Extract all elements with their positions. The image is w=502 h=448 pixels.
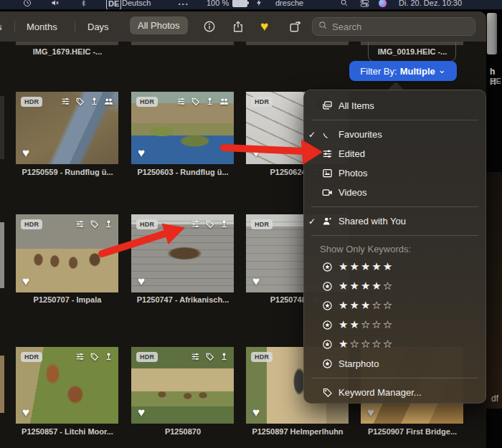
siri-icon[interactable] (379, 0, 387, 9)
menu-item-stars[interactable]: ★☆☆☆☆ (304, 335, 486, 354)
checkmark-icon: ✓ (304, 149, 320, 159)
menu-item-label: ★★★★☆ (338, 280, 394, 292)
menu-item-favourites[interactable]: ✓Favourites (304, 125, 486, 144)
keyword-tag-icon (90, 352, 99, 361)
photo-caption: P1250907 First Bridge... (348, 427, 477, 436)
favourite-heart-icon: ♥ (22, 275, 29, 287)
menu-item-edited[interactable]: ✓Edited (304, 144, 486, 163)
menu-item-stars[interactable]: ★★★★☆ (304, 277, 486, 296)
share-button[interactable] (232, 11, 245, 42)
menu-item-label: Starphoto (338, 358, 379, 369)
rotate-button[interactable] (288, 11, 302, 42)
hdr-badge: HDR (251, 97, 273, 107)
sliders-icon (75, 219, 85, 229)
menu-item-stars[interactable]: ★★★★★ (304, 257, 486, 277)
clock-icon[interactable] (23, 0, 32, 9)
photo-edge-sliver (0, 356, 4, 413)
background-text-fragment: df (491, 394, 498, 404)
keyboard-layout-badge[interactable]: DE (106, 0, 121, 9)
menu-item-videos[interactable]: Videos (304, 183, 486, 202)
menu-item-all-items[interactable]: All Items (304, 96, 486, 115)
location-pin-icon (219, 352, 229, 361)
checkmark-icon: ✓ (304, 216, 320, 227)
photo-thumbnail-p870[interactable]: HDR♥ (131, 347, 234, 424)
all-items-icon (320, 100, 334, 111)
photo-caption: P1250857 - Litchi Moor... (3, 427, 132, 436)
tag-icon (320, 387, 334, 398)
control-center-icon[interactable] (360, 0, 369, 9)
filter-by-button[interactable]: Filter By: Multiple ⌄ (349, 61, 457, 81)
hdr-badge: HDR (251, 352, 273, 362)
menu-separator (311, 206, 478, 207)
photo-thumbnail-p707[interactable]: HDR♥ (16, 214, 118, 292)
location-pin-icon (104, 352, 113, 361)
photo-edge-sliver (0, 96, 4, 159)
favourite-heart-icon: ♥ (252, 275, 260, 287)
background-window-strip (486, 172, 502, 409)
photo-thumbnail-p747[interactable]: HDR♥ (131, 214, 234, 292)
keyword-badge-icon (320, 262, 334, 272)
shared-person-icon (320, 216, 334, 227)
tab-years-fragment[interactable]: s (0, 11, 2, 42)
photo-thumbnail-p857[interactable]: HDR♥ (16, 347, 118, 424)
menu-item-label: Videos (338, 187, 367, 198)
menubar-app-label[interactable]: dresche (275, 0, 303, 9)
keyboard-layout-label[interactable]: Deutsch (122, 0, 151, 9)
menu-item-keyword-manager[interactable]: Keyword Manager... (304, 383, 486, 402)
menu-item-starphoto[interactable]: Starphoto (304, 354, 486, 373)
search-placeholder: Search (332, 22, 361, 32)
search-input[interactable]: Search (312, 17, 475, 36)
sliders-icon (75, 352, 85, 361)
filter-popover-menu: All Items✓Favourites✓EditedPhotosVideos✓… (303, 90, 486, 404)
search-icon (318, 21, 328, 32)
photo-thumbnail-p559[interactable]: HDR♥ (16, 92, 118, 164)
keyword-badge-icon (320, 320, 334, 330)
location-pin-icon (104, 219, 113, 229)
photo-caption-partial: IMG_1679.HEIC -... (3, 47, 132, 56)
menu-item-stars[interactable]: ★★★☆☆ (304, 296, 486, 315)
photo-caption: P1250897 Helmperlhuhn (233, 427, 362, 436)
tab-all-photos[interactable]: All Photos (130, 16, 188, 34)
favourite-heart-icon: ♥ (22, 147, 29, 159)
hdr-badge: HDR (21, 219, 42, 229)
bluetooth-icon[interactable] (80, 0, 87, 9)
tab-months[interactable]: Months (27, 11, 57, 42)
favourite-heart-icon: ♥ (252, 147, 260, 159)
photo-bottom-sliver (246, 42, 349, 45)
favourite-heart-icon: ♥ (138, 147, 145, 159)
menu-item-photos[interactable]: Photos (304, 163, 486, 183)
menu-item-label: All Items (338, 100, 374, 111)
favourite-button[interactable]: ♥ (260, 11, 268, 42)
photo-caption: P1250559 - Rundflug ü... (3, 168, 132, 176)
keyword-badge-icon (320, 358, 334, 369)
sliders-icon (176, 97, 186, 106)
favourite-heart-icon: ♥ (367, 406, 374, 419)
menu-separator (311, 120, 478, 120)
menu-item-label: ★☆☆☆☆ (338, 338, 394, 351)
display-icon[interactable] (178, 0, 189, 9)
keyword-badge-icon (320, 281, 334, 292)
menu-item-stars[interactable]: ★★☆☆☆ (304, 315, 486, 335)
photo-bottom-sliver (131, 42, 234, 45)
toolbar: s Months Days All Photos ♥ Search (0, 11, 486, 42)
photo-edge-sliver (0, 222, 4, 288)
info-button[interactable] (203, 11, 216, 42)
sliders-icon (191, 219, 200, 229)
menu-separator (311, 378, 478, 378)
photo-caption: P1250707 - Impala (3, 295, 132, 304)
menubar-datetime[interactable]: Di. 20. Dez. 10:30 (399, 0, 462, 9)
keyword-tag-icon (90, 219, 99, 229)
hdr-badge: HDR (21, 352, 42, 362)
photo-caption: P1250870 (118, 427, 247, 436)
mute-icon[interactable] (50, 0, 60, 9)
menu-item-label: Edited (338, 148, 365, 159)
menu-header-show-only-keywords: Show Only Keywords: (304, 240, 486, 257)
power-adapter-icon (255, 0, 262, 9)
menu-item-shared-with-you[interactable]: ✓Shared with You (304, 211, 486, 231)
hdr-badge: HDR (21, 97, 42, 107)
photo-thumbnail-p603[interactable]: HDR♥ (131, 92, 234, 164)
tab-days[interactable]: Days (87, 11, 109, 42)
checkmark-icon: ✓ (304, 130, 320, 140)
sliders-icon (191, 352, 200, 361)
spotlight-icon[interactable] (340, 0, 349, 9)
